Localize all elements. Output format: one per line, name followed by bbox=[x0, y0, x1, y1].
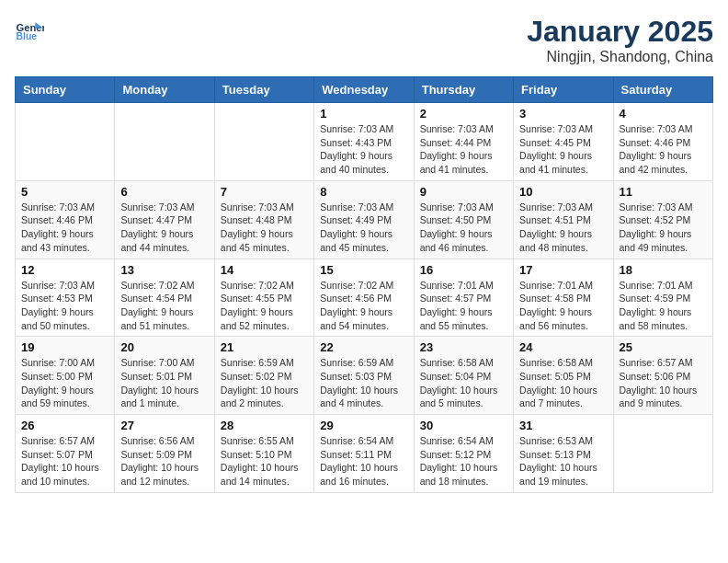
calendar-cell bbox=[214, 103, 313, 181]
calendar-cell: 9Sunrise: 7:03 AM Sunset: 4:50 PM Daylig… bbox=[414, 180, 513, 259]
day-info: Sunrise: 6:56 AM Sunset: 5:09 PM Dayligh… bbox=[120, 434, 208, 488]
calendar-cell: 3Sunrise: 7:03 AM Sunset: 4:45 PM Daylig… bbox=[514, 103, 613, 181]
calendar-cell: 8Sunrise: 7:03 AM Sunset: 4:49 PM Daylig… bbox=[314, 180, 414, 259]
calendar-cell: 31Sunrise: 6:53 AM Sunset: 5:13 PM Dayli… bbox=[514, 415, 613, 493]
day-info: Sunrise: 7:01 AM Sunset: 4:57 PM Dayligh… bbox=[420, 279, 507, 333]
day-number: 6 bbox=[120, 185, 208, 199]
weekday-header-row: SundayMondayTuesdayWednesdayThursdayFrid… bbox=[16, 77, 713, 103]
weekday-header: Friday bbox=[514, 77, 613, 103]
calendar-cell: 20Sunrise: 7:00 AM Sunset: 5:01 PM Dayli… bbox=[115, 337, 214, 415]
day-number: 12 bbox=[21, 263, 108, 277]
calendar-cell bbox=[16, 103, 115, 181]
day-info: Sunrise: 6:53 AM Sunset: 5:13 PM Dayligh… bbox=[519, 434, 607, 488]
calendar-week-row: 1Sunrise: 7:03 AM Sunset: 4:43 PM Daylig… bbox=[16, 103, 713, 181]
day-info: Sunrise: 6:54 AM Sunset: 5:12 PM Dayligh… bbox=[420, 434, 507, 488]
day-info: Sunrise: 6:58 AM Sunset: 5:04 PM Dayligh… bbox=[420, 356, 507, 410]
day-info: Sunrise: 6:58 AM Sunset: 5:05 PM Dayligh… bbox=[519, 356, 607, 410]
day-info: Sunrise: 7:00 AM Sunset: 5:00 PM Dayligh… bbox=[21, 356, 108, 410]
calendar-cell: 16Sunrise: 7:01 AM Sunset: 4:57 PM Dayli… bbox=[414, 259, 513, 337]
logo-icon: General Blue bbox=[15, 15, 44, 44]
calendar-cell: 5Sunrise: 7:03 AM Sunset: 4:46 PM Daylig… bbox=[16, 180, 115, 259]
calendar-cell: 23Sunrise: 6:58 AM Sunset: 5:04 PM Dayli… bbox=[414, 337, 513, 415]
day-number: 17 bbox=[519, 263, 607, 277]
day-info: Sunrise: 6:57 AM Sunset: 5:07 PM Dayligh… bbox=[21, 434, 108, 488]
day-number: 24 bbox=[519, 340, 607, 354]
day-number: 1 bbox=[320, 107, 407, 121]
calendar-cell: 19Sunrise: 7:00 AM Sunset: 5:00 PM Dayli… bbox=[16, 337, 115, 415]
calendar-cell: 25Sunrise: 6:57 AM Sunset: 5:06 PM Dayli… bbox=[613, 337, 712, 415]
calendar-cell: 11Sunrise: 7:03 AM Sunset: 4:52 PM Dayli… bbox=[613, 180, 712, 259]
title-area: January 2025 Ningjin, Shandong, China bbox=[527, 15, 713, 65]
day-number: 22 bbox=[320, 340, 407, 354]
day-number: 5 bbox=[21, 185, 108, 199]
day-number: 16 bbox=[420, 263, 507, 277]
day-number: 30 bbox=[420, 419, 507, 432]
weekday-header: Wednesday bbox=[314, 77, 414, 103]
weekday-header: Monday bbox=[115, 77, 214, 103]
calendar-cell: 15Sunrise: 7:02 AM Sunset: 4:56 PM Dayli… bbox=[314, 259, 414, 337]
day-number: 29 bbox=[320, 419, 407, 432]
day-number: 15 bbox=[320, 263, 407, 277]
calendar-cell: 14Sunrise: 7:02 AM Sunset: 4:55 PM Dayli… bbox=[214, 259, 313, 337]
day-number: 2 bbox=[420, 107, 507, 121]
calendar-cell: 30Sunrise: 6:54 AM Sunset: 5:12 PM Dayli… bbox=[414, 415, 513, 493]
day-info: Sunrise: 7:03 AM Sunset: 4:48 PM Dayligh… bbox=[221, 201, 308, 255]
day-info: Sunrise: 7:03 AM Sunset: 4:50 PM Dayligh… bbox=[420, 201, 507, 255]
calendar-cell: 24Sunrise: 6:58 AM Sunset: 5:05 PM Dayli… bbox=[514, 337, 613, 415]
day-info: Sunrise: 6:55 AM Sunset: 5:10 PM Dayligh… bbox=[221, 434, 308, 488]
calendar-cell: 27Sunrise: 6:56 AM Sunset: 5:09 PM Dayli… bbox=[115, 415, 214, 493]
calendar-week-row: 19Sunrise: 7:00 AM Sunset: 5:00 PM Dayli… bbox=[16, 337, 713, 415]
calendar-cell: 29Sunrise: 6:54 AM Sunset: 5:11 PM Dayli… bbox=[314, 415, 414, 493]
logo: General Blue bbox=[15, 15, 44, 44]
calendar-cell: 6Sunrise: 7:03 AM Sunset: 4:47 PM Daylig… bbox=[115, 180, 214, 259]
day-number: 14 bbox=[221, 263, 308, 277]
calendar-cell: 17Sunrise: 7:01 AM Sunset: 4:58 PM Dayli… bbox=[514, 259, 613, 337]
day-info: Sunrise: 7:03 AM Sunset: 4:53 PM Dayligh… bbox=[21, 279, 108, 333]
weekday-header: Thursday bbox=[414, 77, 513, 103]
day-number: 4 bbox=[620, 107, 707, 121]
calendar-cell bbox=[115, 103, 214, 181]
day-info: Sunrise: 6:57 AM Sunset: 5:06 PM Dayligh… bbox=[620, 356, 707, 410]
svg-text:Blue: Blue bbox=[17, 31, 38, 41]
calendar-cell: 12Sunrise: 7:03 AM Sunset: 4:53 PM Dayli… bbox=[16, 259, 115, 337]
calendar-cell: 4Sunrise: 7:03 AM Sunset: 4:46 PM Daylig… bbox=[613, 103, 712, 181]
day-number: 21 bbox=[221, 340, 308, 354]
calendar-cell: 28Sunrise: 6:55 AM Sunset: 5:10 PM Dayli… bbox=[214, 415, 313, 493]
day-info: Sunrise: 7:00 AM Sunset: 5:01 PM Dayligh… bbox=[120, 356, 208, 410]
day-number: 28 bbox=[221, 419, 308, 432]
calendar-week-row: 5Sunrise: 7:03 AM Sunset: 4:46 PM Daylig… bbox=[16, 180, 713, 259]
day-info: Sunrise: 7:03 AM Sunset: 4:51 PM Dayligh… bbox=[519, 201, 607, 255]
calendar-cell bbox=[613, 415, 712, 493]
day-info: Sunrise: 7:03 AM Sunset: 4:47 PM Dayligh… bbox=[120, 201, 208, 255]
calendar-cell: 10Sunrise: 7:03 AM Sunset: 4:51 PM Dayli… bbox=[514, 180, 613, 259]
weekday-header: Saturday bbox=[613, 77, 712, 103]
calendar: SundayMondayTuesdayWednesdayThursdayFrid… bbox=[15, 76, 713, 493]
day-number: 31 bbox=[519, 419, 607, 432]
calendar-week-row: 26Sunrise: 6:57 AM Sunset: 5:07 PM Dayli… bbox=[16, 415, 713, 493]
day-info: Sunrise: 7:03 AM Sunset: 4:43 PM Dayligh… bbox=[320, 122, 407, 177]
day-info: Sunrise: 6:54 AM Sunset: 5:11 PM Dayligh… bbox=[320, 434, 407, 488]
weekday-header: Tuesday bbox=[214, 77, 313, 103]
day-info: Sunrise: 7:03 AM Sunset: 4:52 PM Dayligh… bbox=[620, 201, 707, 255]
calendar-cell: 13Sunrise: 7:02 AM Sunset: 4:54 PM Dayli… bbox=[115, 259, 214, 337]
calendar-cell: 18Sunrise: 7:01 AM Sunset: 4:59 PM Dayli… bbox=[613, 259, 712, 337]
day-number: 9 bbox=[420, 185, 507, 199]
day-number: 19 bbox=[21, 340, 108, 354]
day-info: Sunrise: 7:01 AM Sunset: 4:58 PM Dayligh… bbox=[519, 279, 607, 333]
calendar-cell: 7Sunrise: 7:03 AM Sunset: 4:48 PM Daylig… bbox=[214, 180, 313, 259]
location-title: Ningjin, Shandong, China bbox=[527, 49, 713, 65]
day-info: Sunrise: 7:02 AM Sunset: 4:56 PM Dayligh… bbox=[320, 279, 407, 333]
day-number: 10 bbox=[519, 185, 607, 199]
calendar-cell: 26Sunrise: 6:57 AM Sunset: 5:07 PM Dayli… bbox=[16, 415, 115, 493]
calendar-week-row: 12Sunrise: 7:03 AM Sunset: 4:53 PM Dayli… bbox=[16, 259, 713, 337]
calendar-cell: 22Sunrise: 6:59 AM Sunset: 5:03 PM Dayli… bbox=[314, 337, 414, 415]
day-number: 7 bbox=[221, 185, 308, 199]
day-number: 27 bbox=[120, 419, 208, 432]
day-number: 8 bbox=[320, 185, 407, 199]
month-title: January 2025 bbox=[527, 15, 713, 49]
header: General Blue January 2025 Ningjin, Shand… bbox=[15, 15, 713, 65]
day-info: Sunrise: 7:03 AM Sunset: 4:49 PM Dayligh… bbox=[320, 201, 407, 255]
day-number: 20 bbox=[120, 340, 208, 354]
day-info: Sunrise: 7:03 AM Sunset: 4:45 PM Dayligh… bbox=[519, 122, 607, 177]
day-number: 3 bbox=[519, 107, 607, 121]
